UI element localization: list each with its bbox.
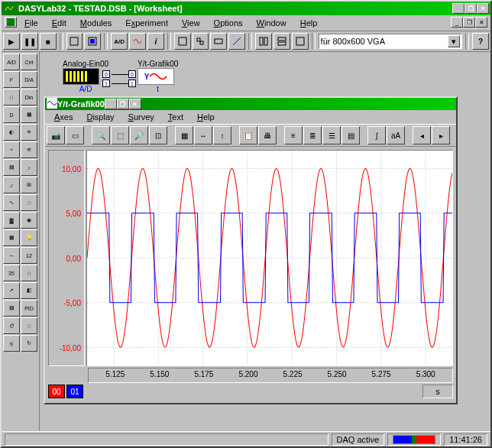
palette-btn[interactable]: ⏱ bbox=[3, 317, 20, 334]
dropdown-arrow-icon[interactable]: ▾ bbox=[448, 35, 460, 47]
style3-icon[interactable]: ☰ bbox=[322, 126, 341, 144]
palette-btn[interactable]: ↻ bbox=[21, 335, 37, 352]
resolution-dropdown[interactable]: für 800x600 VGA ▾ bbox=[319, 34, 463, 49]
cursor-icon[interactable]: ▭ bbox=[66, 126, 84, 144]
menu-view[interactable]: View bbox=[176, 17, 206, 29]
menu-window[interactable]: Window bbox=[251, 17, 293, 29]
pause-button[interactable]: ❚❚ bbox=[21, 33, 38, 50]
minimize-button[interactable]: _ bbox=[452, 3, 464, 14]
legend-item-00[interactable]: 00 bbox=[48, 385, 65, 398]
close-button[interactable]: ✕ bbox=[477, 3, 489, 14]
palette-btn[interactable]: ▤ bbox=[3, 300, 20, 317]
info-button[interactable]: i bbox=[147, 33, 164, 50]
zoom-area-icon[interactable]: ⬚ bbox=[111, 126, 129, 144]
input-port-0[interactable]: 0 bbox=[128, 70, 136, 78]
palette-btn[interactable]: ⎗ bbox=[3, 335, 20, 352]
chart-menu-survey[interactable]: Survey bbox=[122, 111, 160, 123]
palette-btn[interactable]: 💡 bbox=[21, 229, 37, 246]
ad-button[interactable]: A/D bbox=[111, 33, 128, 50]
grid-icon[interactable]: ▦ bbox=[175, 126, 193, 144]
print-icon[interactable]: 🖶 bbox=[258, 126, 277, 144]
maximize-button[interactable]: ❐ bbox=[464, 3, 477, 14]
output-port-0[interactable]: 0 bbox=[102, 70, 110, 78]
palette-cnt-icon[interactable]: Cnt bbox=[21, 54, 37, 70]
toolbar-btn-7[interactable] bbox=[255, 33, 272, 50]
palette-btn[interactable]: 35 bbox=[3, 265, 20, 281]
main-titlebar[interactable]: DASYLab32 - TESTAD.DSB - [Worksheet] _ ❐… bbox=[2, 2, 490, 15]
color-icon[interactable]: ∫ bbox=[367, 126, 386, 144]
palette-btn[interactable]: ⎍ bbox=[21, 194, 37, 211]
palette-btn[interactable]: ⎍ bbox=[21, 265, 37, 281]
palette-btn[interactable]: ◉ bbox=[21, 212, 37, 229]
style2-icon[interactable]: ≣ bbox=[303, 126, 322, 144]
palette-btn[interactable]: ◧ bbox=[21, 282, 37, 299]
style4-icon[interactable]: ▤ bbox=[341, 126, 360, 144]
zoom-in-icon[interactable]: 🔍 bbox=[92, 126, 110, 144]
chart-menu-help[interactable]: Help bbox=[191, 111, 221, 123]
palette-fout-icon[interactable]: F bbox=[3, 71, 20, 88]
menu-file[interactable]: File bbox=[18, 17, 44, 29]
chart-titlebar[interactable]: Y/t-Grafik00 _ ❐ ✕ bbox=[45, 98, 456, 110]
toolbar-btn-1[interactable] bbox=[66, 33, 83, 50]
output-port-1[interactable]: 1 bbox=[102, 80, 110, 87]
palette-btn[interactable]: ▦ bbox=[21, 106, 37, 123]
chart-maximize-button[interactable]: ❐ bbox=[117, 99, 129, 109]
chart-minimize-button[interactable]: _ bbox=[105, 99, 117, 109]
menu-experiment[interactable]: Experiment bbox=[119, 17, 174, 29]
palette-btn[interactable]: ⎍ bbox=[21, 317, 37, 334]
palette-btn[interactable]: ▤ bbox=[3, 159, 20, 176]
plot-area[interactable] bbox=[86, 150, 453, 366]
xaxis-icon[interactable]: ↔ bbox=[194, 126, 212, 144]
help-button[interactable]: ? bbox=[472, 33, 489, 50]
block-yt-chart[interactable]: Y/t-Grafik00 Y t bbox=[138, 60, 178, 93]
palette-btn[interactable]: ◐ bbox=[3, 124, 20, 141]
toolbar-btn-4[interactable] bbox=[193, 33, 209, 50]
palette-ad-icon[interactable]: A/D bbox=[3, 54, 20, 70]
toolbar-btn-6[interactable] bbox=[228, 33, 245, 50]
child-maximize-button[interactable]: ❐ bbox=[463, 17, 475, 28]
menu-modules[interactable]: Modules bbox=[74, 17, 118, 29]
palette-btn[interactable]: ✳ bbox=[21, 124, 37, 141]
palette-btn[interactable]: ⊞ bbox=[21, 177, 37, 193]
prev-icon[interactable]: ◂ bbox=[413, 126, 431, 144]
palette-da-icon[interactable]: D/A bbox=[21, 71, 37, 88]
palette-btn[interactable]: ▓ bbox=[3, 212, 20, 229]
input-port-1[interactable]: 1 bbox=[128, 80, 136, 87]
palette-din-icon[interactable]: Din bbox=[21, 89, 37, 106]
chart-menu-display[interactable]: Display bbox=[80, 111, 120, 123]
func-button[interactable] bbox=[129, 33, 146, 50]
copy-icon[interactable]: 📋 bbox=[239, 126, 257, 144]
toolbar-btn-9[interactable] bbox=[292, 33, 309, 50]
child-close-button[interactable]: ✕ bbox=[475, 17, 487, 28]
toolbar-btn-8[interactable] bbox=[274, 33, 290, 50]
palette-btn[interactable]: ↗ bbox=[3, 282, 20, 299]
palette-btn[interactable]: ≋ bbox=[21, 141, 37, 158]
child-sysmenu-icon[interactable] bbox=[5, 17, 17, 28]
zoom-reset-icon[interactable]: ⊡ bbox=[149, 126, 167, 144]
toolbar-btn-5[interactable] bbox=[210, 33, 227, 50]
palette-dout-icon[interactable]: D bbox=[3, 106, 20, 123]
chart-menu-text[interactable]: Text bbox=[162, 111, 189, 123]
menu-edit[interactable]: Edit bbox=[46, 17, 73, 29]
toolbar-btn-3[interactable] bbox=[174, 33, 191, 50]
palette-btn[interactable]: 12 bbox=[21, 247, 37, 264]
palette-btn[interactable]: ⎎ bbox=[3, 177, 20, 193]
stop-button[interactable]: ■ bbox=[40, 33, 57, 50]
text-icon[interactable]: aA bbox=[387, 126, 405, 144]
menu-help[interactable]: Help bbox=[294, 17, 324, 29]
style1-icon[interactable]: ≡ bbox=[284, 126, 303, 144]
legend-item-01[interactable]: 01 bbox=[66, 385, 83, 398]
yaxis-icon[interactable]: ↕ bbox=[213, 126, 231, 144]
palette-btn[interactable]: ∿ bbox=[3, 194, 20, 211]
palette-btn[interactable]: ⌁ bbox=[3, 141, 20, 158]
palette-btn[interactable]: ▦ bbox=[3, 229, 20, 246]
toolbar-btn-2[interactable] bbox=[84, 33, 101, 50]
next-icon[interactable]: ▸ bbox=[432, 126, 450, 144]
palette-btn[interactable]: ⎍ bbox=[3, 89, 20, 106]
palette-btn[interactable]: ⎓ bbox=[3, 247, 20, 264]
zoom-out-icon[interactable]: 🔎 bbox=[130, 126, 148, 144]
chart-close-button[interactable]: ✕ bbox=[129, 99, 141, 109]
palette-pid-icon[interactable]: PID bbox=[21, 300, 37, 317]
camera-icon[interactable]: 📷 bbox=[47, 126, 65, 144]
play-button[interactable]: ▶ bbox=[3, 33, 20, 50]
